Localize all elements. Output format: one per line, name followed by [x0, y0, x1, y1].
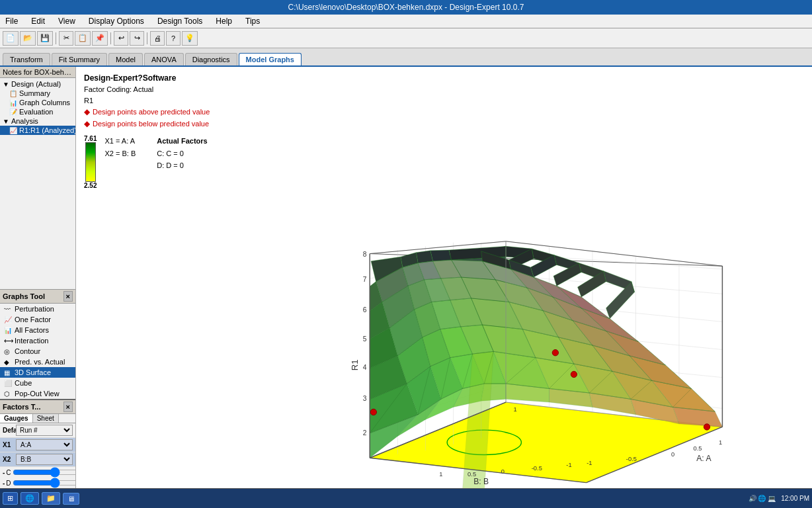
- menu-display-options[interactable]: Display Options: [86, 16, 147, 26]
- tab-model[interactable]: Model: [108, 53, 143, 65]
- btn-interaction[interactable]: ⟷ Interaction: [0, 335, 75, 346]
- cube-icon: ⬜: [4, 380, 12, 387]
- slider-d[interactable]: [13, 478, 76, 487]
- pred-vs-actual-icon: ◆: [4, 359, 12, 366]
- slider-d-minus[interactable]: -: [3, 480, 5, 487]
- taskbar-app[interactable]: 🖥: [63, 493, 79, 505]
- btn-all-factors[interactable]: 📊 All Factors: [0, 325, 75, 335]
- btn-one-factor[interactable]: 📈 One Factor: [0, 314, 75, 325]
- menu-bar: File Edit View Display Options Design To…: [0, 15, 812, 28]
- data-point-5: [370, 409, 376, 415]
- project-tree: ▼ Design (Actual) 📋 Summary 📊 Graph Colu…: [0, 78, 75, 289]
- data-point-1: [571, 371, 577, 377]
- pop-out-label: Pop-Out View: [15, 390, 60, 398]
- menu-file[interactable]: File: [3, 16, 20, 26]
- btn-pred-vs-actual[interactable]: ◆ Pred. vs. Actual: [0, 357, 75, 367]
- tree-r1-analyzed[interactable]: 📈 R1:R1 (Analyzed): [0, 126, 75, 135]
- pred-vs-actual-label: Pred. vs. Actual: [15, 358, 65, 366]
- factors-header: Factors T... ×: [0, 400, 75, 414]
- tb-save[interactable]: 💾: [37, 31, 53, 46]
- svg-text:-1: -1: [587, 460, 592, 466]
- tb-sep1: [56, 32, 56, 44]
- tree-summary-icon: 📋: [9, 90, 17, 97]
- tb-paste[interactable]: 📌: [92, 31, 108, 46]
- tab-fit-summary[interactable]: Fit Summary: [52, 53, 107, 65]
- tab-anova[interactable]: ANOVA: [144, 53, 184, 65]
- legend-above-text: Design points above predicted value: [93, 106, 210, 118]
- graphs-tool-label: Graphs Tool: [3, 292, 45, 300]
- tb-copy[interactable]: 📋: [75, 31, 91, 46]
- menu-view[interactable]: View: [56, 16, 78, 26]
- svg-text:0: 0: [671, 451, 674, 458]
- x2-axis-label: X2 = B: B: [104, 148, 136, 160]
- legend-above: ◆ Design points above predicted value: [84, 106, 804, 118]
- svg-text:7: 7: [363, 276, 367, 283]
- slider-c-minus[interactable]: -: [3, 469, 5, 476]
- plot-area[interactable]: R1 8 7 6 5 4 3 2 B: B 1 0.5 0 -0.5 -1: [76, 192, 812, 489]
- taskbar-time: 12:00 PM: [781, 495, 809, 502]
- taskbar-right: 🔊 🌐 💻 12:00 PM: [749, 495, 809, 502]
- left-panel: Notes for BOX-behken.dxp ▼ Design (Actua…: [0, 67, 76, 502]
- graphs-tool-close[interactable]: ×: [63, 291, 73, 302]
- taskbar-start[interactable]: ⊞: [3, 492, 18, 505]
- tb-new[interactable]: 📄: [3, 31, 19, 46]
- svg-text:-0.5: -0.5: [532, 465, 542, 472]
- all-factors-label: All Factors: [15, 326, 49, 334]
- all-factors-icon: 📊: [4, 327, 12, 334]
- svg-marker-100: [430, 250, 452, 261]
- tb-redo[interactable]: ↪: [130, 31, 144, 46]
- x1-axis-label: X1 = A: A: [104, 135, 136, 148]
- tb-help[interactable]: ?: [166, 31, 181, 46]
- menu-design-tools[interactable]: Design Tools: [155, 16, 205, 26]
- main-layout: Notes for BOX-behken.dxp ▼ Design (Actua…: [0, 67, 812, 502]
- tree-evaluation[interactable]: 📝 Evaluation: [0, 107, 75, 116]
- factors-tab-sheet[interactable]: Sheet: [33, 414, 59, 423]
- svg-text:1: 1: [719, 439, 722, 446]
- svg-text:-1: -1: [566, 462, 571, 468]
- tb-undo[interactable]: ↩: [114, 31, 128, 46]
- tab-diagnostics[interactable]: Diagnostics: [185, 53, 237, 65]
- factors-close[interactable]: ×: [63, 402, 73, 412]
- actual-factors-d: D: D = 0: [157, 159, 207, 172]
- tree-design-label: Design (Actual): [11, 80, 61, 88]
- tb-sep3: [147, 32, 147, 44]
- slider-c-label: C: [6, 469, 11, 476]
- svg-marker-99: [416, 251, 432, 263]
- cube-label: Cube: [15, 379, 32, 387]
- menu-edit[interactable]: Edit: [28, 16, 48, 26]
- x2-select[interactable]: B:B: [16, 454, 73, 465]
- tab-model-graphs[interactable]: Model Graphs: [239, 53, 302, 65]
- btn-contour[interactable]: ◎ Contour: [0, 346, 75, 357]
- taskbar-explorer[interactable]: 📁: [42, 492, 60, 505]
- default-label: Default: [3, 427, 16, 434]
- axis-info: X1 = A: A X2 = B: B: [104, 135, 136, 159]
- taskbar-browser[interactable]: 🌐: [20, 492, 39, 505]
- svg-text:0.5: 0.5: [694, 445, 702, 452]
- btn-3d-surface[interactable]: ▦ 3D Surface: [0, 367, 75, 378]
- menu-help[interactable]: Help: [213, 16, 235, 26]
- tab-transform[interactable]: Transform: [3, 53, 50, 65]
- tb-open[interactable]: 📂: [20, 31, 36, 46]
- x2-label: X2: [3, 456, 16, 463]
- tb-light[interactable]: 💡: [182, 31, 198, 46]
- x1-label: X1: [3, 441, 16, 448]
- color-min-val: 2.52: [84, 182, 97, 189]
- tb-cut[interactable]: ✂: [59, 31, 73, 46]
- title-bar: C:\Users\lenovo\Desktop\BOX-behken.dxpx …: [0, 0, 812, 15]
- btn-cube[interactable]: ⬜ Cube: [0, 378, 75, 388]
- tree-graph-columns[interactable]: 📊 Graph Columns: [0, 98, 75, 107]
- tb-print[interactable]: 🖨: [150, 31, 165, 46]
- tree-analysis[interactable]: ▼ Analysis: [0, 116, 75, 126]
- btn-perturbation[interactable]: 〰 Perturbation: [0, 304, 75, 314]
- slider-c[interactable]: [13, 468, 76, 477]
- tree-design-actual[interactable]: ▼ Design (Actual): [0, 79, 75, 89]
- interaction-label: Interaction: [15, 337, 48, 345]
- x1-select[interactable]: A:A: [16, 439, 73, 450]
- pop-out-icon: ⬡: [4, 390, 12, 398]
- tree-summary[interactable]: 📋 Summary: [0, 89, 75, 98]
- factors-tab-gauges[interactable]: Gauges: [0, 414, 33, 423]
- menu-tips[interactable]: Tips: [243, 16, 263, 26]
- btn-pop-out-view[interactable]: ⬡ Pop-Out View: [0, 388, 75, 399]
- software-title: Design-Expert?Software: [84, 72, 804, 84]
- run-select[interactable]: Run #: [16, 425, 73, 436]
